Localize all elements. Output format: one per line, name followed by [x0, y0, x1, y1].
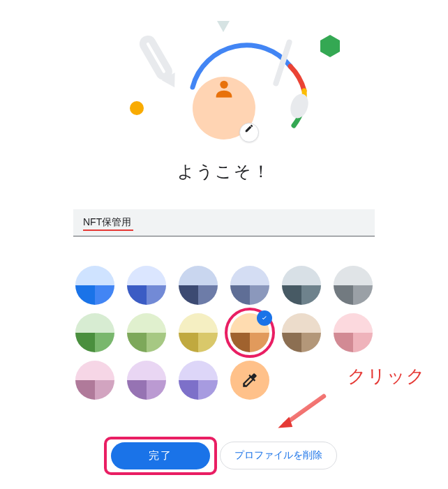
delete-profile-button[interactable]: プロファイルを削除 — [220, 442, 337, 469]
theme-swatch-7[interactable] — [127, 313, 166, 352]
theme-swatch-12[interactable] — [75, 361, 114, 400]
theme-swatch-1[interactable] — [127, 266, 166, 305]
eyedropper-icon — [241, 371, 259, 389]
person-icon — [212, 77, 236, 100]
hero-illustration — [0, 0, 448, 146]
theme-swatch-6[interactable] — [75, 313, 114, 352]
svg-marker-0 — [217, 21, 230, 32]
profile-name-input[interactable]: NFT保管用 — [73, 209, 375, 236]
theme-swatch-8[interactable] — [179, 313, 218, 352]
theme-swatch-5[interactable] — [334, 266, 373, 305]
edit-avatar-button[interactable] — [239, 123, 259, 142]
theme-swatch-4[interactable] — [282, 266, 321, 305]
button-row: 完了 プロファイルを削除 — [0, 442, 448, 469]
svg-point-3 — [130, 101, 144, 115]
welcome-heading: ようこそ！ — [0, 160, 448, 183]
theme-swatch-3[interactable] — [230, 266, 269, 305]
theme-swatch-2[interactable] — [179, 266, 218, 305]
pencil-icon — [244, 123, 254, 133]
theme-swatch-10[interactable] — [282, 313, 321, 352]
svg-rect-1 — [141, 37, 170, 78]
checkmark-icon — [257, 310, 272, 326]
custom-color-eyedropper[interactable] — [230, 361, 269, 400]
profile-setup-dialog: ようこそ！ NFT保管用 クリック 完了 プロファイルを削除 — [0, 0, 448, 489]
theme-swatch-11[interactable] — [334, 313, 373, 352]
svg-point-5 — [288, 91, 311, 121]
annotation-click-label: クリック — [348, 364, 426, 389]
theme-swatch-selected[interactable] — [230, 313, 269, 352]
theme-swatch-14[interactable] — [179, 361, 218, 400]
svg-marker-6 — [320, 35, 340, 57]
theme-color-grid — [73, 266, 375, 400]
done-button[interactable]: 完了 — [111, 442, 210, 469]
theme-swatch-0[interactable] — [75, 266, 114, 305]
annotation-underline — [83, 230, 133, 231]
svg-marker-8 — [278, 417, 292, 428]
svg-point-7 — [220, 81, 227, 89]
profile-name-value: NFT保管用 — [83, 216, 131, 227]
theme-swatch-13[interactable] — [127, 361, 166, 400]
